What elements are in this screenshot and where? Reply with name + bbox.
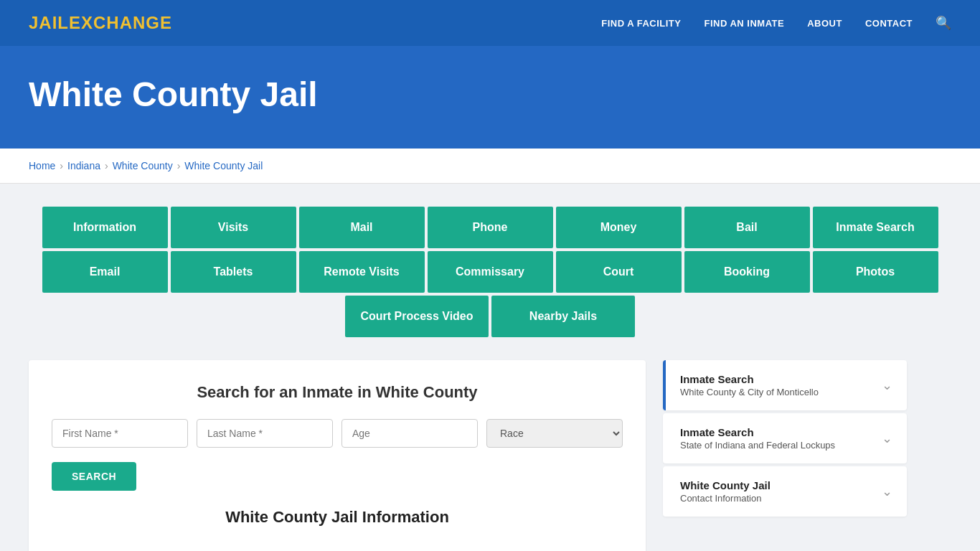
btn-mail[interactable]: Mail xyxy=(299,207,425,248)
btn-court-process-video[interactable]: Court Process Video xyxy=(345,296,489,337)
page-title: White County Jail xyxy=(29,75,951,114)
chevron-down-icon-1: ⌄ xyxy=(882,430,892,446)
sidebar-item-subtitle-0: White County & City of Monticello xyxy=(680,387,819,397)
btn-nearby-jails[interactable]: Nearby Jails xyxy=(491,296,635,337)
grid-row-3: Court Process Video Nearby Jails xyxy=(29,296,951,337)
btn-bail[interactable]: Bail xyxy=(684,207,810,248)
nav-find-facility[interactable]: FIND A FACILITY xyxy=(601,18,681,29)
nav-about[interactable]: ABOUT xyxy=(807,18,842,29)
chevron-down-icon-2: ⌄ xyxy=(882,484,892,499)
hero-banner: White County Jail xyxy=(0,46,980,149)
breadcrumb-sep-1: › xyxy=(60,160,63,171)
sidebar-item-title-2: White County Jail xyxy=(680,479,771,491)
breadcrumb-home[interactable]: Home xyxy=(29,160,55,171)
main-content: Information Visits Mail Phone Money Bail… xyxy=(0,184,980,551)
sidebar-item-subtitle-2: Contact Information xyxy=(680,493,771,504)
grid-row-1: Information Visits Mail Phone Money Bail… xyxy=(29,207,951,248)
logo[interactable]: JAILEXCHANGE xyxy=(29,13,172,33)
sidebar-item-text-2: White County Jail Contact Information xyxy=(680,479,771,504)
btn-phone[interactable]: Phone xyxy=(428,207,553,248)
content-area: Search for an Inmate in White County Rac… xyxy=(29,360,951,551)
btn-commissary[interactable]: Commissary xyxy=(428,251,553,293)
btn-money[interactable]: Money xyxy=(556,207,682,248)
breadcrumb-sep-2: › xyxy=(105,160,108,171)
sidebar-item-title-0: Inmate Search xyxy=(680,373,819,385)
btn-tablets[interactable]: Tablets xyxy=(171,251,296,293)
logo-exchange: EXCHANGE xyxy=(69,13,172,32)
sidebar-item-2[interactable]: White County Jail Contact Information ⌄ xyxy=(663,466,907,517)
btn-booking[interactable]: Booking xyxy=(684,251,810,293)
search-heading: Search for an Inmate in White County xyxy=(52,383,623,402)
btn-inmate-search[interactable]: Inmate Search xyxy=(813,207,938,248)
btn-information[interactable]: Information xyxy=(42,207,168,248)
sidebar-item-0[interactable]: Inmate Search White County & City of Mon… xyxy=(663,360,907,410)
race-select[interactable]: Race White Black Hispanic Asian Other xyxy=(486,419,623,448)
btn-court[interactable]: Court xyxy=(556,251,682,293)
logo-jail: JAIL xyxy=(29,13,69,32)
btn-photos[interactable]: Photos xyxy=(813,251,938,293)
search-fields: Race White Black Hispanic Asian Other xyxy=(52,419,623,448)
sidebar: Inmate Search White County & City of Mon… xyxy=(663,360,907,551)
breadcrumb-current: White County Jail xyxy=(184,160,263,171)
header: JAILEXCHANGE FIND A FACILITY FIND AN INM… xyxy=(0,0,980,46)
breadcrumb-indiana[interactable]: Indiana xyxy=(67,160,100,171)
btn-visits[interactable]: Visits xyxy=(171,207,296,248)
age-input[interactable] xyxy=(341,419,478,448)
sidebar-item-text-1: Inmate Search State of Indiana and Feder… xyxy=(680,426,835,451)
first-name-input[interactable] xyxy=(52,419,188,448)
main-nav: FIND A FACILITY FIND AN INMATE ABOUT CON… xyxy=(601,15,951,31)
btn-remote-visits[interactable]: Remote Visits xyxy=(299,251,425,293)
sidebar-item-text-0: Inmate Search White County & City of Mon… xyxy=(680,373,819,397)
breadcrumb-sep-3: › xyxy=(177,160,181,171)
breadcrumb-white-county[interactable]: White County xyxy=(113,160,173,171)
chevron-down-icon-0: ⌄ xyxy=(882,377,892,393)
feature-button-grid: Information Visits Mail Phone Money Bail… xyxy=(29,207,951,337)
sidebar-item-title-1: Inmate Search xyxy=(680,426,835,438)
sidebar-item-subtitle-1: State of Indiana and Federal Lockups xyxy=(680,440,835,451)
search-button[interactable]: SEARCH xyxy=(52,462,136,491)
last-name-input[interactable] xyxy=(197,419,333,448)
sidebar-item-1[interactable]: Inmate Search State of Indiana and Feder… xyxy=(663,413,907,463)
btn-email[interactable]: Email xyxy=(42,251,168,293)
search-icon[interactable]: 🔍 xyxy=(936,15,951,31)
breadcrumb: Home › Indiana › White County › White Co… xyxy=(0,149,980,184)
section-heading: White County Jail Information xyxy=(52,508,623,527)
grid-row-2: Email Tablets Remote Visits Commissary C… xyxy=(29,251,951,293)
nav-find-inmate[interactable]: FIND AN INMATE xyxy=(704,18,784,29)
nav-contact[interactable]: CONTACT xyxy=(865,18,913,29)
search-panel: Search for an Inmate in White County Rac… xyxy=(29,360,646,551)
